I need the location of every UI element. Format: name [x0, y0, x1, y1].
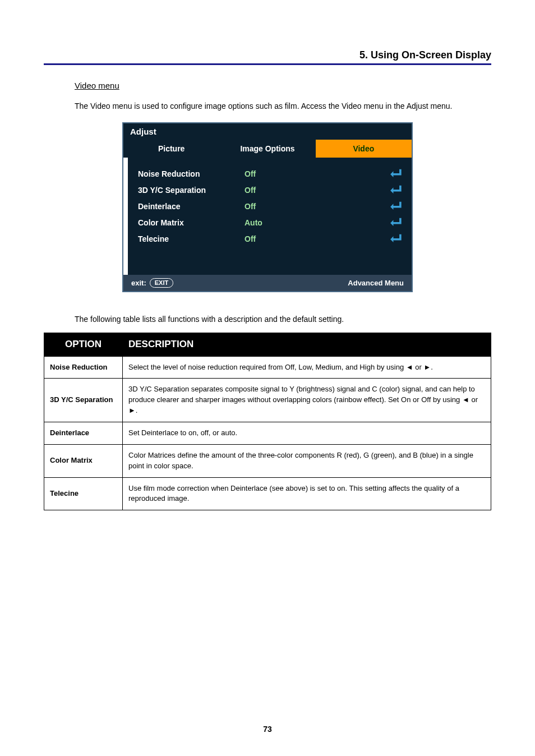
exit-button[interactable]: EXIT	[150, 278, 173, 288]
osd-exit-hint: exit: EXIT	[131, 278, 173, 288]
section-header: 5. Using On-Screen Display	[44, 49, 491, 65]
cell-description: 3D Y/C Separation separates composite si…	[123, 379, 491, 422]
cell-option: 3D Y/C Separation	[44, 379, 123, 422]
osd-row-3d-yc-separation[interactable]: 3D Y/C Separation Off	[138, 182, 402, 198]
table-row: Noise Reduction Select the level of nois…	[44, 356, 491, 379]
osd-row-telecine[interactable]: Telecine Off	[138, 231, 402, 247]
osd-screenshot: Adjust Picture Image Options Video Noise…	[44, 122, 491, 292]
table-row: Deinterlace Set Deinterlace to on, off, …	[44, 422, 491, 445]
cell-description: Select the level of noise reduction requ…	[123, 356, 491, 379]
osd-row-value: Off	[245, 234, 329, 243]
cell-option: Color Matrix	[44, 444, 123, 477]
enter-icon	[389, 201, 402, 211]
osd-tabs: Picture Image Options Video	[123, 140, 412, 158]
table-row: Color Matrix Color Matrices define the a…	[44, 444, 491, 477]
col-option: OPTION	[44, 333, 123, 357]
osd-row-value: Off	[245, 186, 329, 195]
enter-icon	[389, 168, 402, 179]
osd-body: Noise Reduction Off 3D Y/C Separation Of…	[123, 158, 412, 275]
video-menu-description: The Video menu is used to configure imag…	[75, 100, 491, 112]
tab-picture[interactable]: Picture	[123, 140, 219, 158]
osd-row-label: Deinterlace	[138, 202, 245, 211]
cell-option: Noise Reduction	[44, 356, 123, 379]
tab-image-options[interactable]: Image Options	[219, 140, 315, 158]
enter-icon	[389, 185, 402, 195]
enter-icon	[389, 217, 402, 228]
osd-row-value: Off	[245, 202, 329, 211]
options-table: OPTION DESCRIPTION Noise Reduction Selec…	[44, 333, 491, 510]
osd-row-label: Color Matrix	[138, 218, 245, 227]
table-row: Telecine Use film mode correction when D…	[44, 477, 491, 510]
osd-row-noise-reduction[interactable]: Noise Reduction Off	[138, 165, 402, 182]
osd-row-value: Off	[245, 169, 329, 178]
cell-option: Deinterlace	[44, 422, 123, 445]
osd-row-label: 3D Y/C Separation	[138, 186, 245, 195]
cell-description: Use film mode correction when Deinterlac…	[123, 477, 491, 510]
osd-panel: Adjust Picture Image Options Video Noise…	[122, 122, 413, 292]
page-number: 73	[0, 725, 535, 734]
osd-row-deinterlace[interactable]: Deinterlace Off	[138, 198, 402, 214]
video-menu-heading: Video menu	[75, 81, 491, 90]
col-description: DESCRIPTION	[123, 333, 491, 357]
osd-row-label: Noise Reduction	[138, 169, 245, 178]
osd-title: Adjust	[123, 123, 412, 140]
osd-row-color-matrix[interactable]: Color Matrix Auto	[138, 214, 402, 231]
osd-footer: exit: EXIT Advanced Menu	[123, 275, 412, 291]
table-row: 3D Y/C Separation 3D Y/C Separation sepa…	[44, 379, 491, 422]
cell-description: Color Matrices define the amount of the …	[123, 444, 491, 477]
tab-video[interactable]: Video	[316, 140, 412, 158]
osd-row-label: Telecine	[138, 234, 245, 243]
table-header-row: OPTION DESCRIPTION	[44, 333, 491, 357]
table-intro: The following table lists all functions …	[75, 315, 491, 324]
osd-exit-label: exit:	[131, 279, 146, 287]
cell-option: Telecine	[44, 477, 123, 510]
osd-menu-mode: Advanced Menu	[348, 279, 404, 287]
enter-icon	[389, 233, 402, 244]
osd-row-value: Auto	[245, 218, 329, 227]
cell-description: Set Deinterlace to on, off, or auto.	[123, 422, 491, 445]
